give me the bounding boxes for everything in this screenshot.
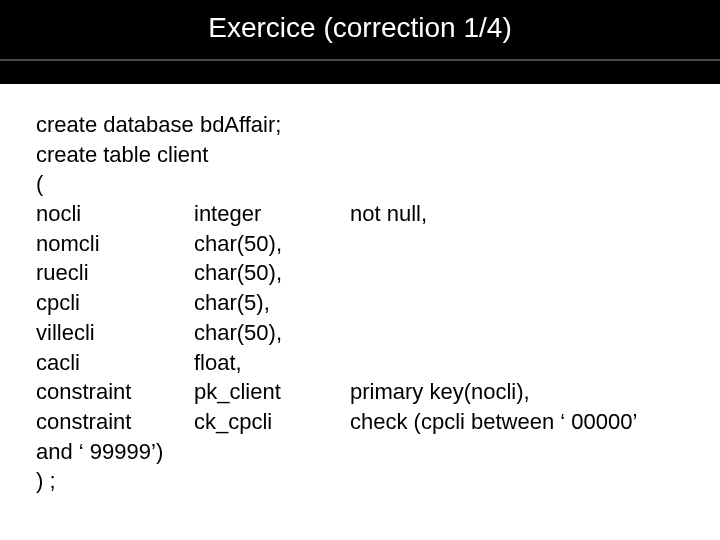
code-line: create database bdAffair; xyxy=(36,110,684,140)
col-type: char(5), xyxy=(194,288,350,318)
col-name: cpcli xyxy=(36,288,194,318)
code-line: cacli float, xyxy=(36,348,684,378)
code-line: ) ; xyxy=(36,466,684,496)
code-text: and ‘ 99999’) xyxy=(36,437,163,467)
col-extra xyxy=(350,229,684,259)
col-extra: check (cpcli between ‘ 00000’ xyxy=(350,407,684,437)
col-name: cacli xyxy=(36,348,194,378)
slide-content: create database bdAffair; create table c… xyxy=(0,84,720,496)
code-line: and ‘ 99999’) xyxy=(36,437,684,467)
col-type: float, xyxy=(194,348,350,378)
code-text: ( xyxy=(36,169,43,199)
code-line: constraint ck_cpcli check (cpcli between… xyxy=(36,407,684,437)
col-name: constraint xyxy=(36,377,194,407)
col-extra xyxy=(350,258,684,288)
col-name: nomcli xyxy=(36,229,194,259)
col-type: integer xyxy=(194,199,350,229)
col-type: char(50), xyxy=(194,318,350,348)
slide-header: Exercice (correction 1/4) xyxy=(0,0,720,84)
code-text: create database bdAffair; xyxy=(36,110,281,140)
code-line: ( xyxy=(36,169,684,199)
col-extra xyxy=(350,318,684,348)
col-name: ruecli xyxy=(36,258,194,288)
slide-title: Exercice (correction 1/4) xyxy=(0,0,720,44)
col-type: char(50), xyxy=(194,258,350,288)
code-text: create table client xyxy=(36,140,208,170)
code-line: villecli char(50), xyxy=(36,318,684,348)
col-extra xyxy=(350,348,684,378)
col-name: villecli xyxy=(36,318,194,348)
col-name: constraint xyxy=(36,407,194,437)
col-type: char(50), xyxy=(194,229,350,259)
col-type: ck_cpcli xyxy=(194,407,350,437)
code-line: create table client xyxy=(36,140,684,170)
col-extra xyxy=(350,288,684,318)
code-line: cpcli char(5), xyxy=(36,288,684,318)
col-extra: not null, xyxy=(350,199,684,229)
col-extra: primary key(nocli), xyxy=(350,377,684,407)
code-line: nocli integer not null, xyxy=(36,199,684,229)
code-line: constraint pk_client primary key(nocli), xyxy=(36,377,684,407)
col-type: pk_client xyxy=(194,377,350,407)
code-line: ruecli char(50), xyxy=(36,258,684,288)
col-name: nocli xyxy=(36,199,194,229)
header-divider xyxy=(0,59,720,61)
code-text: ) ; xyxy=(36,466,56,496)
code-line: nomcli char(50), xyxy=(36,229,684,259)
